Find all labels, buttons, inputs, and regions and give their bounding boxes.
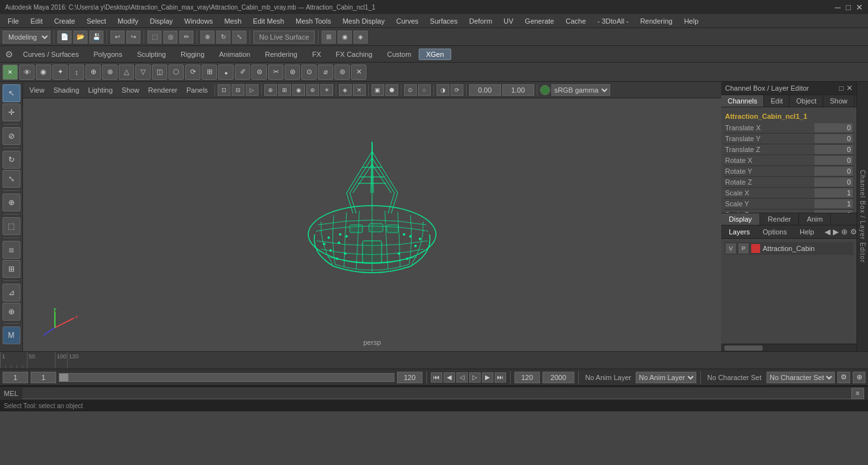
vp-menu-view[interactable]: View [26, 85, 49, 95]
scale-x-field[interactable] [814, 188, 853, 197]
shelf-btn-2[interactable]: 👁 [19, 65, 34, 80]
layer-prev-btn[interactable]: ◀ [825, 227, 830, 236]
layer-name[interactable]: Attraction_Cabin [763, 245, 852, 252]
vp-menu-panels[interactable]: Panels [183, 85, 212, 95]
rotate-btn[interactable]: ↻ [216, 31, 230, 43]
module-curves-surfaces[interactable]: Curves / Surfaces [16, 49, 86, 60]
render-btn[interactable]: ◉ [338, 31, 352, 43]
vp-btn-cam[interactable]: ⊡ [218, 84, 230, 96]
shelf-btn-5[interactable]: ↕ [69, 65, 84, 80]
shelf-btn-8[interactable]: △ [119, 65, 134, 80]
workspace-selector[interactable]: Modeling [3, 31, 50, 43]
attribute-editor-sidebar[interactable]: Channel Box / Layer Editor [857, 82, 868, 351]
maximize-btn[interactable]: □ [846, 3, 851, 12]
layers-scroll-thumb[interactable] [724, 346, 763, 351]
vp-btn-refresh[interactable]: ⟳ [451, 84, 463, 96]
menu-file[interactable]: File [3, 16, 24, 26]
shelf-btn-10[interactable]: ◫ [152, 65, 167, 80]
rotate-z-field[interactable] [814, 178, 853, 187]
timeline[interactable]: 1 50 100 120 [0, 351, 868, 369]
skip-end-btn[interactable]: ⏭ [495, 372, 506, 383]
current-frame-field[interactable] [3, 372, 28, 383]
rotate-y-field[interactable] [814, 167, 853, 176]
vp-btn-iso[interactable]: ◈ [339, 84, 352, 96]
module-fx-caching[interactable]: FX Caching [329, 49, 379, 60]
menu-mesh[interactable]: Mesh [219, 16, 246, 26]
vp-field-1[interactable]: 0.00 [469, 84, 501, 96]
vp-btn-shade[interactable]: ◉ [292, 84, 305, 96]
prev-frame-btn[interactable]: ◀ [444, 372, 455, 383]
scale-tool-btn[interactable]: ⤡ [3, 170, 20, 188]
undo-btn[interactable]: ↩ [110, 31, 124, 43]
module-sculpting[interactable]: Sculpting [130, 49, 173, 60]
module-rigging[interactable]: Rigging [174, 49, 211, 60]
frame-range-thumb[interactable] [59, 374, 68, 381]
open-file-btn[interactable]: 📂 [73, 31, 87, 43]
new-file-btn[interactable]: 📄 [57, 31, 71, 43]
menu-generate[interactable]: Generate [520, 16, 559, 26]
skip-start-btn[interactable]: ⏮ [431, 372, 442, 383]
shelf-btn-14[interactable]: ⬥ [218, 65, 234, 80]
play-back-btn[interactable]: ◁ [456, 372, 468, 383]
rotate-x-field[interactable] [814, 156, 853, 165]
rotate-tool-btn[interactable]: ↻ [3, 151, 20, 169]
vp-btn-light[interactable]: ☀ [320, 84, 333, 96]
layer-settings-btn[interactable]: ⚙ [850, 227, 857, 236]
cmd-line-btn[interactable]: ≡ [851, 388, 864, 399]
menu-modify[interactable]: Modify [112, 16, 143, 26]
menu-edit[interactable]: Edit [26, 16, 48, 26]
tab-anim[interactable]: Anim [799, 213, 831, 225]
vp-btn-e[interactable]: ◑ [437, 84, 449, 96]
shelf-btn-18[interactable]: ⊛ [285, 65, 300, 80]
snap-together-btn[interactable]: ⊞ [3, 260, 20, 278]
menu-select[interactable]: Select [82, 16, 112, 26]
vp-btn-tex[interactable]: ⊛ [306, 84, 319, 96]
shelf-btn-16[interactable]: ⊜ [251, 65, 267, 80]
shelf-btn-12[interactable]: ⟳ [185, 65, 200, 80]
shelf-btn-1[interactable]: ✕ [3, 65, 18, 80]
viewport-3d[interactable]: View Shading Lighting Show Renderer Pane… [23, 82, 721, 351]
menu-mesh-tools[interactable]: Mesh Tools [290, 16, 336, 26]
maya-icon[interactable]: M [3, 326, 20, 344]
menu-edit-mesh[interactable]: Edit Mesh [248, 16, 289, 26]
shelf-btn-4[interactable]: ✦ [52, 65, 68, 80]
snap-btn[interactable]: ⊞ [322, 31, 336, 43]
vp-field-2[interactable]: 1.00 [502, 84, 534, 96]
tab-display[interactable]: Display [721, 213, 760, 225]
menu-cache[interactable]: Cache [560, 16, 591, 26]
range-end-field[interactable] [397, 372, 423, 383]
menu-rendering[interactable]: Rendering [635, 16, 678, 26]
vp-btn-d[interactable]: ○ [418, 84, 431, 96]
universal-manip-btn[interactable]: ⊕ [3, 194, 20, 211]
vp-btn-grid[interactable]: ⊟ [232, 84, 244, 96]
select-tool-btn-left[interactable]: ↖ [3, 84, 20, 102]
start-frame-field[interactable] [31, 372, 56, 383]
shelf-btn-13[interactable]: ⊞ [202, 65, 217, 80]
play-btn[interactable]: ▷ [469, 372, 481, 383]
paint-btn[interactable]: ✏ [179, 31, 193, 43]
shelf-btn-19[interactable]: ⊙ [301, 65, 317, 80]
module-polygons[interactable]: Polygons [86, 49, 129, 60]
menu-uv[interactable]: UV [498, 16, 518, 26]
tab-render[interactable]: Render [760, 213, 799, 225]
lasso-btn[interactable]: ◎ [163, 31, 177, 43]
scale-btn[interactable]: ⤡ [232, 31, 246, 43]
module-fx[interactable]: FX [305, 49, 328, 60]
vp-btn-sel[interactable]: ⊕ [264, 84, 277, 96]
menu-surfaces[interactable]: Surfaces [425, 16, 463, 26]
tab-edit[interactable]: Edit [764, 95, 789, 107]
layers-scrollbar[interactable] [721, 344, 857, 351]
settings-btn-1[interactable]: ⚙ [837, 372, 850, 383]
timeline-ruler[interactable]: 1 50 100 120 [0, 352, 868, 369]
frame-range-bar[interactable] [59, 373, 394, 382]
tab-object[interactable]: Object [789, 95, 823, 107]
vp-btn-b[interactable]: ⬟ [385, 84, 398, 96]
layer-add-btn[interactable]: ⊕ [841, 227, 848, 236]
3d-model-area[interactable] [23, 98, 721, 351]
module-custom[interactable]: Custom [380, 49, 419, 60]
translate-y-field[interactable] [814, 134, 853, 143]
module-rendering[interactable]: Rendering [258, 49, 304, 60]
layer-visibility-btn[interactable]: V [726, 243, 736, 254]
camera-zoom-btn[interactable]: ⊕ [3, 303, 20, 321]
move-tool-btn[interactable]: ✛ [3, 103, 20, 121]
